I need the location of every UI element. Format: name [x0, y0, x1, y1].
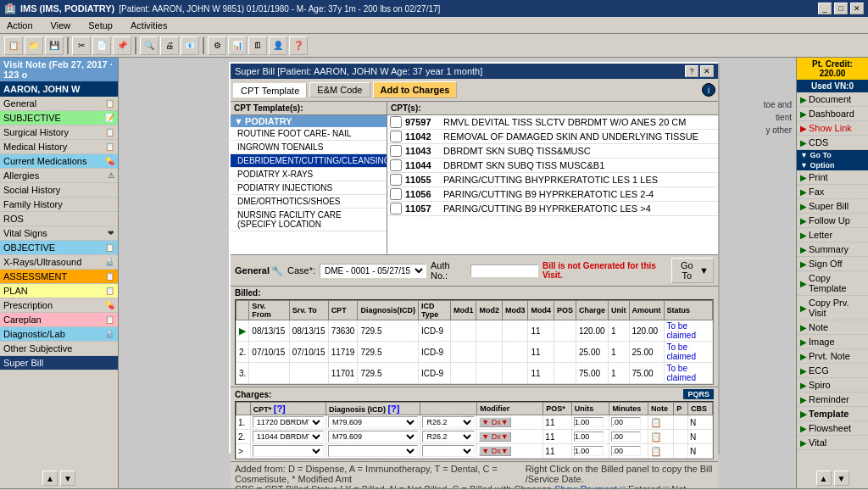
cpt-row-97597[interactable]: 97597 RMVL DEVITAL TISS SLCTV DBRDMT W/O…	[387, 115, 718, 130]
charges-row2-diag-select[interactable]: M79.609	[328, 431, 419, 443]
charges-row3-dx[interactable]: ▼ Dx▼	[477, 444, 543, 459]
sidebar-item-assessment[interactable]: ASSESSMENT 📋	[0, 270, 118, 284]
close-button[interactable]: ✕	[850, 3, 864, 14]
right-nav-show-link[interactable]: ▶ Show Link	[797, 121, 868, 136]
charges-row-2[interactable]: 2. 11044 DBRDMT SKN SUBQ TISS N M79.	[236, 430, 713, 444]
charges-row1-cpt[interactable]: 11720 DBRDMT NAIL ANY METH	[250, 415, 326, 430]
toolbar-btn-1[interactable]: 📋	[4, 36, 23, 55]
charges-row1-cpt-select[interactable]: 11720 DBRDMT NAIL ANY METH	[253, 416, 324, 428]
template-item-ingrown[interactable]: INGROWN TOENAILS	[231, 141, 387, 154]
charges-row3-cpt-select[interactable]	[253, 445, 324, 457]
billed-row-3[interactable]: 3. 11701 729.5 ICD-9 11	[236, 363, 713, 384]
menu-setup[interactable]: Setup	[86, 19, 115, 31]
charges-row1-units-input[interactable]	[574, 417, 604, 427]
right-nav-cds[interactable]: ▶ CDS	[797, 136, 868, 150]
charges-row3-units[interactable]	[571, 444, 609, 459]
sidebar-item-objective[interactable]: OBJECTIVE 📋	[0, 241, 118, 255]
template-item-routine[interactable]: ROUTINE FOOT CARE- NAIL	[231, 127, 387, 141]
billed-row-1[interactable]: ▶ 08/13/15 08/13/15 73630 729.5 ICD-9	[236, 320, 713, 342]
right-nav-fax[interactable]: ▶ Fax	[797, 185, 868, 199]
charges-row3-icd[interactable]	[420, 444, 477, 459]
cpt-check-11042[interactable]	[390, 131, 402, 142]
right-nav-dashboard[interactable]: ▶ Dashboard	[797, 107, 868, 121]
toolbar-btn-11[interactable]: 📊	[228, 36, 247, 55]
toolbar-btn-2[interactable]: 📁	[25, 36, 43, 55]
right-nav-follow-up[interactable]: ▶ Follow Up	[797, 214, 868, 228]
sidebar-item-medical-history[interactable]: Medical History 📋	[0, 140, 118, 154]
right-nav-flowsheet[interactable]: ▶ Flowsheet	[797, 421, 868, 436]
charges-row3-dx-button[interactable]: ▼ Dx▼	[479, 446, 510, 456]
right-nav-reminder[interactable]: ▶ Reminder	[797, 393, 868, 407]
right-nav-image[interactable]: ▶ Image	[797, 335, 868, 349]
toolbar-btn-5[interactable]: 📄	[92, 36, 111, 55]
charges-row3-icd-select[interactable]	[422, 445, 475, 457]
sidebar-item-other-subjective[interactable]: Other Subjective	[0, 342, 118, 356]
cpt-check-11055[interactable]	[390, 174, 402, 186]
cpt-row-11056[interactable]: 11056 PARING/CUTTING B9 HYPRKERATOTIC LE…	[387, 187, 718, 202]
template-item-debridement[interactable]: DEBRIDEMENT/CUTTING/CLEANSING	[231, 154, 387, 168]
charges-row-1[interactable]: 1. 11720 DBRDMT NAIL ANY METH M79.60	[236, 415, 713, 430]
right-nav-template[interactable]: ▶ Template	[797, 407, 868, 421]
sidebar-item-subjective[interactable]: SUBJECTIVE 📝	[0, 111, 118, 125]
charges-row3-diag[interactable]	[326, 444, 420, 459]
toolbar-btn-8[interactable]: 🖨	[160, 36, 179, 55]
cpt-check-11057[interactable]	[390, 203, 402, 214]
dialog-close-button[interactable]: ✕	[700, 65, 714, 77]
charges-row1-minutes[interactable]	[609, 415, 648, 430]
sidebar-item-vital-signs[interactable]: Vital Signs ❤	[0, 226, 118, 241]
menu-view[interactable]: View	[48, 19, 74, 31]
right-nav-sign-off[interactable]: ▶ Sign Off	[797, 257, 868, 271]
right-nav-vital[interactable]: ▶ Vital	[797, 436, 868, 450]
charges-row2-dx[interactable]: ▼ Dx▼	[477, 430, 543, 444]
toolbar-btn-4[interactable]: ✂	[72, 36, 91, 55]
charges-row2-icd[interactable]: R26.2	[420, 430, 477, 444]
tab-cpt-template[interactable]: CPT Template	[233, 83, 307, 97]
sidebar-item-family-history[interactable]: Family History	[0, 198, 118, 212]
cpt-check-97597[interactable]	[390, 116, 402, 128]
sidebar-item-xrays[interactable]: X-Rays/Ultrasound 🔬	[0, 255, 118, 270]
sidebar-item-super-bill[interactable]: Super Bill	[0, 356, 118, 370]
billed-row-2[interactable]: 2. 07/10/15 07/10/15 11719 729.5 ICD-9	[236, 342, 713, 363]
charges-row2-icd-select[interactable]: R26.2	[422, 431, 475, 443]
charges-row3-cpt[interactable]	[250, 444, 326, 459]
toolbar-btn-10[interactable]: ⚙	[208, 36, 226, 55]
menu-activities[interactable]: Activities	[128, 19, 170, 31]
charges-row3-minutes[interactable]	[609, 444, 648, 459]
charges-row3-diag-select[interactable]	[328, 445, 419, 457]
right-nav-ecg[interactable]: ▶ ECG	[797, 364, 868, 378]
right-nav-spiro[interactable]: ▶ Spiro	[797, 378, 868, 393]
charges-row1-minutes-input[interactable]	[611, 417, 641, 427]
charges-row1-dx-button[interactable]: ▼ Dx▼	[479, 417, 510, 427]
show-payment-link[interactable]: Show Payment	[554, 484, 617, 488]
template-item-nursing[interactable]: NURSING FACILITY CARE (SPECIFY LOCATION	[231, 209, 387, 231]
right-nav-up-button[interactable]: ▲	[816, 471, 832, 486]
cpt-row-11057[interactable]: 11057 PARING/CUTTING B9 HYPRKERATOTIC LE…	[387, 202, 718, 216]
charges-row2-cpt-select[interactable]: 11044 DBRDMT SKN SUBQ TISS N	[253, 431, 324, 443]
right-nav-print[interactable]: ▶ Print	[797, 170, 868, 185]
sidebar-item-current-medications[interactable]: Current Medications 💊	[0, 154, 118, 169]
charges-row3-units-input[interactable]	[574, 446, 604, 456]
charges-row1-icd[interactable]: R26.2	[420, 415, 477, 430]
charges-row2-minutes[interactable]	[609, 430, 648, 444]
cpt-codes-content[interactable]: 97597 RMVL DEVITAL TISS SLCTV DBRDMT W/O…	[387, 115, 718, 254]
charges-row2-diag[interactable]: M79.609	[326, 430, 420, 444]
charges-row2-units-input[interactable]	[574, 432, 604, 442]
cpt-row-11043[interactable]: 11043 DBRDMT SKN SUBQ TISS&MUSC	[387, 144, 718, 159]
cpt-row-11042[interactable]: 11042 REMOVAL OF DAMAGED SKIN AND UNDERL…	[387, 130, 718, 144]
template-item-dme[interactable]: DME/ORTHOTICS/SHOES	[231, 195, 387, 209]
charges-row2-note[interactable]: 📋	[648, 430, 674, 444]
sidebar-item-plan[interactable]: PLAN 📋	[0, 284, 118, 298]
minimize-button[interactable]: _	[818, 3, 832, 14]
right-nav-copy-prv[interactable]: ▶ Copy Prv. Visit	[797, 296, 868, 320]
nav-up-button[interactable]: ▲	[42, 471, 58, 486]
right-nav-note[interactable]: ▶ Note	[797, 320, 868, 335]
charges-row1-diag[interactable]: M79.609	[326, 415, 420, 430]
cpt-row-11044[interactable]: 11044 DBRDMT SKN SUBQ TISS MUSC&B1	[387, 159, 718, 173]
charges-row2-dx-button[interactable]: ▼ Dx▼	[479, 432, 510, 442]
tab-em-code[interactable]: E&M Code	[309, 82, 370, 97]
nav-down-button[interactable]: ▼	[60, 471, 75, 486]
menu-action[interactable]: Action	[4, 19, 36, 31]
cpt-check-11044[interactable]	[390, 159, 402, 171]
charges-row2-cpt[interactable]: 11044 DBRDMT SKN SUBQ TISS N	[250, 430, 326, 444]
right-nav-down-button[interactable]: ▼	[834, 471, 849, 486]
